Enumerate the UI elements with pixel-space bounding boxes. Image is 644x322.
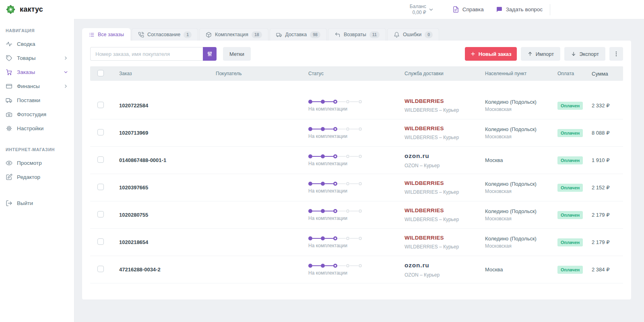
tab-errors[interactable]: Ошибки0 (387, 28, 439, 41)
filter-button[interactable] (203, 47, 217, 61)
chevron-right-icon (63, 55, 68, 61)
row-checkbox[interactable] (97, 238, 104, 245)
tab-label: Все заказы (98, 32, 124, 37)
payment-badge: Оплачен (557, 156, 583, 164)
carrier-method: WILDBERRIES – Курьер (405, 217, 482, 222)
brand-logo[interactable]: кактус (5, 4, 43, 15)
carrier-name: WILDBERRIES (405, 207, 482, 213)
tab-label: Согласование (147, 32, 180, 37)
sidebar-item-orders[interactable]: Заказы (0, 65, 74, 79)
status-label: На комплектации (308, 133, 401, 139)
ask-question-label: Задать вопрос (506, 6, 543, 12)
status-stepper (308, 154, 362, 158)
sliders-icon (206, 51, 213, 57)
labels-button-label: Метки (229, 51, 244, 57)
carrier-method: OZON – Курьер (405, 163, 482, 168)
sidebar-item-label: Заказы (17, 69, 35, 75)
bell-icon (394, 32, 400, 38)
status-stepper (308, 127, 362, 131)
sidebar-item-settings[interactable]: Настройки (0, 121, 74, 135)
sidebar-item-products[interactable]: Товары (0, 51, 74, 65)
table-row[interactable]: 1020280755На комплектацииWILDBERRIESWILD… (90, 201, 623, 229)
row-checkbox[interactable] (97, 184, 104, 190)
row-checkbox[interactable] (97, 129, 104, 135)
balance-label: Баланс (410, 4, 426, 10)
tab-label: Ошибки (403, 32, 421, 37)
logout-icon (6, 200, 12, 207)
sidebar-item-supplies[interactable]: Поставки (0, 93, 74, 107)
import-button[interactable]: Импорт (521, 47, 560, 61)
status-label: На комплектации (308, 106, 401, 112)
city: Коледино (Подольск) (485, 181, 552, 187)
new-order-button[interactable]: Новый заказ (465, 47, 517, 61)
order-amount: 1 910 ₽ (590, 157, 623, 163)
row-checkbox[interactable] (97, 266, 104, 272)
export-button[interactable]: Экспорт (564, 47, 605, 61)
region: Московская (485, 216, 552, 222)
tab-returns[interactable]: Возвраты11 (328, 28, 386, 41)
carrier-name: ozon.ru (405, 262, 482, 269)
row-checkbox[interactable] (97, 211, 104, 217)
search-input[interactable] (90, 47, 203, 61)
order-number[interactable]: 0140867488-0001-1 (119, 157, 216, 163)
carrier-method: WILDBERRIES – Курьер (405, 189, 482, 195)
sidebar-item-preview[interactable]: Просмотр (0, 156, 74, 170)
region: Московская (485, 243, 552, 249)
tab-approval[interactable]: Согласование1 (132, 28, 198, 41)
phone-icon (138, 32, 144, 38)
import-label: Импорт (536, 51, 554, 57)
table-row[interactable]: 47216288-0034-2На комплектацииozon.ruOZO… (90, 256, 623, 283)
table-row[interactable]: 1020722584На комплектацииWILDBERRIESWILD… (90, 92, 623, 119)
main-content: Заказы Все заказыСогласование1Комплектац… (74, 0, 644, 299)
sidebar: НАВИГАЦИЯ СводкаТоварыЗаказыФинансыПоста… (0, 19, 74, 322)
sidebar-item-label: Фотостудия (17, 111, 46, 117)
sidebar-item-summary[interactable]: Сводка (0, 37, 74, 51)
order-number[interactable]: 1020713969 (119, 130, 216, 136)
sidebar-item-label: Просмотр (17, 160, 42, 166)
chevron-down-icon (63, 70, 68, 75)
row-checkbox[interactable] (97, 102, 104, 108)
more-actions-button[interactable] (609, 47, 623, 61)
help-label: Справка (462, 6, 484, 12)
tab-picking[interactable]: Комплектация18 (199, 28, 268, 41)
order-number[interactable]: 1020280755 (119, 212, 216, 218)
tab-all-orders[interactable]: Все заказы (82, 28, 130, 41)
sidebar-item-photostudio[interactable]: Фотостудия (0, 107, 74, 121)
order-number[interactable]: 1020722584 (119, 103, 216, 109)
sidebar-item-finance[interactable]: Финансы (0, 79, 74, 93)
brand-name: кактус (20, 5, 43, 14)
region: Московская (485, 189, 552, 194)
carrier-method: WILDBERRIES – Курьер (405, 107, 482, 113)
chat-icon (496, 6, 503, 13)
table-row[interactable]: 1020713969На комплектацииWILDBERRIESWILD… (90, 119, 623, 147)
balance-menu[interactable]: Баланс 0,00 ₽ (410, 4, 434, 16)
tab-count-badge: 11 (369, 31, 380, 38)
sidebar-section-shop: ИНТЕРНЕТ-МАГАЗИН (0, 144, 74, 156)
sidebar-item-editor[interactable]: Редактор (0, 170, 74, 184)
document-icon (452, 6, 459, 13)
payment-badge: Оплачен (557, 184, 583, 192)
tab-delivery[interactable]: Доставка98 (270, 28, 327, 41)
order-amount: 2 179 ₽ (590, 212, 623, 218)
sidebar-item-label: Редактор (17, 174, 40, 180)
select-all-checkbox[interactable] (97, 70, 104, 76)
sidebar-nav-list: СводкаТоварыЗаказыФинансыПоставкиФотосту… (0, 37, 74, 135)
order-number[interactable]: 1020397665 (119, 185, 216, 191)
carrier-method: OZON – Курьер (405, 272, 482, 278)
help-link[interactable]: Справка (452, 6, 484, 13)
labels-button[interactable]: Метки (223, 47, 251, 61)
region: Московская (485, 107, 552, 112)
table-row[interactable]: 1020218654На комплектацииWILDBERRIESWILD… (90, 229, 623, 256)
table-row[interactable]: 1020397665На комплектацииWILDBERRIESWILD… (90, 174, 623, 201)
order-number[interactable]: 1020218654 (119, 239, 216, 245)
row-checkbox[interactable] (97, 156, 104, 163)
sidebar-item-logout[interactable]: Выйти (0, 196, 74, 210)
ask-question-link[interactable]: Задать вопрос (496, 6, 543, 13)
payment-badge: Оплачен (557, 211, 583, 219)
chevron-down-icon (428, 7, 434, 12)
payment-badge: Оплачен (557, 129, 583, 137)
order-number[interactable]: 47216288-0034-2 (119, 267, 216, 273)
col-order: Заказ (119, 71, 216, 76)
table-row[interactable]: 0140867488-0001-1На комплектацииozon.ruO… (90, 147, 623, 174)
status-stepper (308, 236, 362, 240)
